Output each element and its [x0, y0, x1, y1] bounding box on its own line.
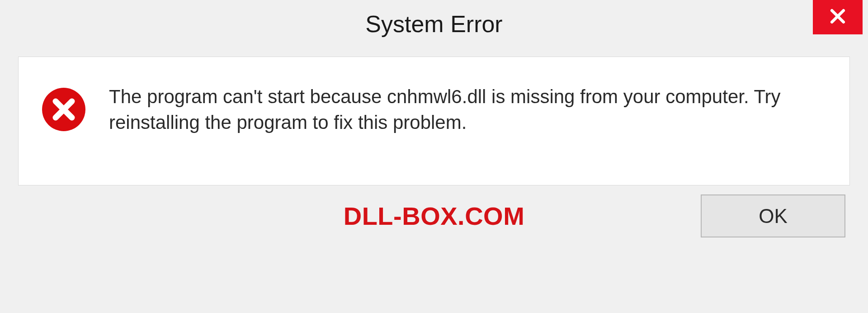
- footer-bar: DLL-BOX.COM OK: [0, 185, 868, 237]
- system-error-dialog: System Error The program can't start bec…: [0, 0, 868, 313]
- dialog-title: System Error: [365, 10, 502, 38]
- ok-button[interactable]: OK: [701, 194, 845, 237]
- close-icon: [828, 6, 848, 28]
- error-icon: [41, 87, 86, 132]
- content-panel: The program can't start because cnhmwl6.…: [18, 57, 850, 185]
- error-message: The program can't start because cnhmwl6.…: [109, 84, 827, 135]
- title-bar: System Error: [0, 0, 868, 47]
- watermark-text: DLL-BOX.COM: [344, 201, 525, 231]
- close-button[interactable]: [813, 0, 863, 34]
